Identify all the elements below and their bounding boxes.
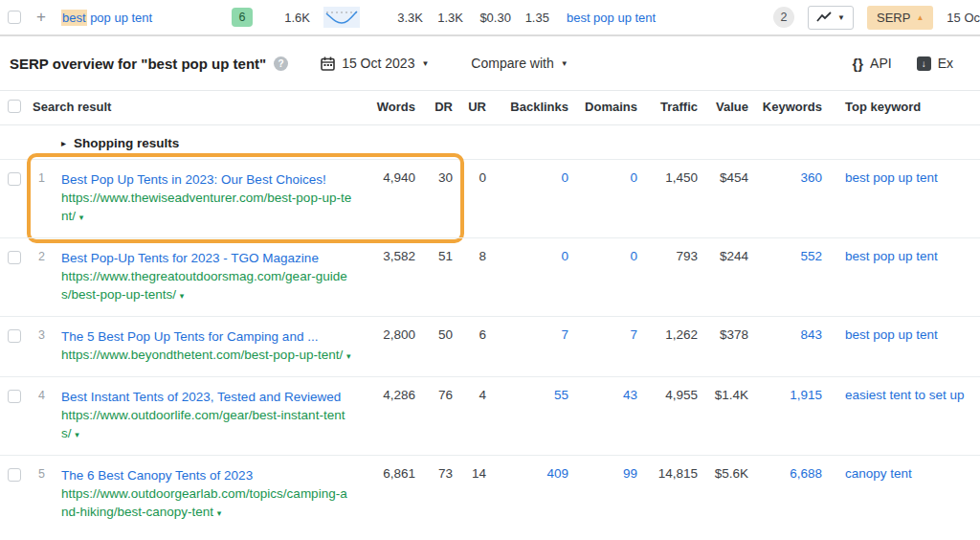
result-url-link[interactable]: https://www.beyondthetent.com/best-pop-u… xyxy=(61,348,343,362)
chart-dropdown-button[interactable]: ▼ xyxy=(808,6,854,30)
shopping-results-group-row[interactable]: ▸Shopping results xyxy=(0,125,980,159)
chevron-up-icon: ▲ xyxy=(916,13,924,22)
top-keyword-link[interactable]: best pop up tent xyxy=(845,327,938,342)
result-title-link[interactable]: Best Pop-Up Tents for 2023 - TGO Magazin… xyxy=(61,251,319,265)
value-cell: $454 xyxy=(698,170,748,227)
domains-link[interactable]: 0 xyxy=(630,170,637,185)
backlinks-link[interactable]: 7 xyxy=(561,327,568,342)
metric-3-3k: 3.3K xyxy=(360,11,423,25)
col-header-top-keyword[interactable]: Top keyword xyxy=(822,100,980,116)
keywords-link[interactable]: 1,915 xyxy=(790,388,822,402)
caret-right-icon: ▸ xyxy=(61,138,66,148)
row-checkbox[interactable] xyxy=(8,251,21,264)
rank-number: 1 xyxy=(33,170,61,227)
row-checkbox[interactable] xyxy=(8,468,21,482)
metric-1-3k: 1.3K xyxy=(423,11,463,25)
serp-button-label: SERP xyxy=(877,11,910,25)
keyword-rest-part: pop up tent xyxy=(87,11,153,25)
row-checkbox[interactable] xyxy=(8,390,21,403)
serp-toggle-button[interactable]: SERP ▲ xyxy=(867,6,933,30)
result-url-link[interactable]: https://www.thegreatoutdoorsmag.com/gear… xyxy=(61,269,347,302)
col-header-value[interactable]: Value xyxy=(698,100,748,116)
help-icon[interactable]: ? xyxy=(274,56,288,71)
words-cell: 4,940 xyxy=(368,170,415,227)
value-cell: $5.6K xyxy=(698,466,748,523)
col-header-ur[interactable]: UR xyxy=(453,100,486,116)
ur-cell: 8 xyxy=(453,249,486,305)
backlinks-link[interactable]: 55 xyxy=(554,388,568,402)
page-title: SERP overview for "best pop up tent" xyxy=(10,56,266,72)
table-row: 3 The 5 Best Pop Up Tents for Camping an… xyxy=(0,316,980,376)
url-dropdown-caret-icon[interactable]: ▾ xyxy=(180,291,185,301)
url-dropdown-caret-icon[interactable]: ▾ xyxy=(75,430,79,439)
date-selector-button[interactable]: 15 Oct 2023 ▼ xyxy=(321,56,429,71)
table-row: 2 Best Pop-Up Tents for 2023 - TGO Magaz… xyxy=(0,237,980,316)
dr-cell: 51 xyxy=(415,249,453,305)
result-url-link[interactable]: https://www.outdoorlife.com/gear/best-in… xyxy=(61,408,345,440)
keywords-link[interactable]: 6,688 xyxy=(790,466,822,481)
col-header-search-result[interactable]: Search result xyxy=(33,100,368,116)
keyword-text[interactable]: best pop up tent xyxy=(61,11,232,25)
domains-link[interactable]: 7 xyxy=(630,327,637,342)
col-header-backlinks[interactable]: Backlinks xyxy=(486,100,568,116)
top-keyword-link[interactable]: best pop up tent xyxy=(845,170,938,185)
value-cell: $1.4K xyxy=(698,388,748,444)
result-title-link[interactable]: Best Instant Tents of 2023, Tested and R… xyxy=(61,390,341,404)
keywords-link[interactable]: 552 xyxy=(800,249,822,263)
table-row: 4 Best Instant Tents of 2023, Tested and… xyxy=(0,376,980,455)
words-cell: 2,800 xyxy=(368,327,415,366)
serp-results-table: Search result Words DR UR Backlinks Doma… xyxy=(0,90,980,533)
result-url-link[interactable]: https://www.thewiseadventurer.com/best-p… xyxy=(61,191,351,223)
url-dropdown-caret-icon[interactable]: ▾ xyxy=(217,508,222,518)
select-all-checkbox[interactable] xyxy=(8,100,21,113)
parent-keyword-link[interactable]: best pop up tent xyxy=(567,11,656,25)
keywords-link[interactable]: 843 xyxy=(800,327,822,342)
chevron-down-icon: ▼ xyxy=(421,59,429,68)
top-keyword-link[interactable]: best pop up tent xyxy=(845,249,938,263)
ur-cell: 0 xyxy=(453,170,486,227)
col-header-traffic[interactable]: Traffic xyxy=(637,100,698,116)
traffic-cell: 14,815 xyxy=(637,466,698,523)
col-header-domains[interactable]: Domains xyxy=(568,100,637,116)
dr-cell: 73 xyxy=(415,466,453,523)
result-url-link[interactable]: https://www.outdoorgearlab.com/topics/ca… xyxy=(61,486,347,519)
top-keyword-link[interactable]: canopy tent xyxy=(845,466,912,481)
url-dropdown-caret-icon[interactable]: ▾ xyxy=(346,351,351,361)
result-title-link[interactable]: The 5 Best Pop Up Tents for Camping and … xyxy=(61,329,318,344)
braces-icon: {} xyxy=(852,56,863,72)
volume-value: 1.6K xyxy=(253,11,310,25)
keyword-row-checkbox[interactable] xyxy=(8,11,21,24)
backlinks-link[interactable]: 0 xyxy=(561,249,568,263)
rank-number: 4 xyxy=(33,388,61,444)
row-checkbox[interactable] xyxy=(8,172,21,186)
chevron-down-icon: ▼ xyxy=(837,13,845,22)
export-button[interactable]: ↓ Ex xyxy=(917,56,953,71)
compare-with-button[interactable]: Compare with ▼ xyxy=(471,56,568,71)
rank-number: 5 xyxy=(33,466,61,523)
result-title-link[interactable]: Best Pop Up Tents in 2023: Our Best Choi… xyxy=(61,172,326,187)
domains-link[interactable]: 0 xyxy=(630,249,637,263)
domains-link[interactable]: 43 xyxy=(623,388,637,402)
traffic-cell: 1,262 xyxy=(637,327,698,366)
api-button[interactable]: {} API xyxy=(852,56,891,72)
keywords-link[interactable]: 360 xyxy=(800,170,822,185)
result-title-link[interactable]: The 6 Best Canopy Tents of 2023 xyxy=(61,468,253,483)
add-icon[interactable]: + xyxy=(36,8,46,27)
row-checkbox[interactable] xyxy=(8,329,21,343)
backlinks-link[interactable]: 409 xyxy=(546,466,568,481)
ur-cell: 6 xyxy=(453,327,486,366)
compare-with-label: Compare with xyxy=(471,56,553,71)
download-icon: ↓ xyxy=(917,56,931,71)
backlinks-link[interactable]: 0 xyxy=(561,170,568,185)
chevron-down-icon: ▼ xyxy=(561,59,568,68)
col-header-dr[interactable]: DR xyxy=(415,100,453,116)
url-dropdown-caret-icon[interactable]: ▾ xyxy=(79,213,84,222)
col-header-keywords[interactable]: Keywords xyxy=(748,100,822,116)
table-row: 1 Best Pop Up Tents in 2023: Our Best Ch… xyxy=(0,159,980,237)
serp-overview-header: SERP overview for "best pop up tent" ? 1… xyxy=(0,36,980,90)
dr-cell: 30 xyxy=(415,170,453,227)
col-header-words[interactable]: Words xyxy=(368,100,415,116)
position-badge: 6 xyxy=(232,8,253,27)
domains-link[interactable]: 99 xyxy=(623,466,637,481)
top-keyword-link[interactable]: easiest tent to set up xyxy=(845,388,965,402)
